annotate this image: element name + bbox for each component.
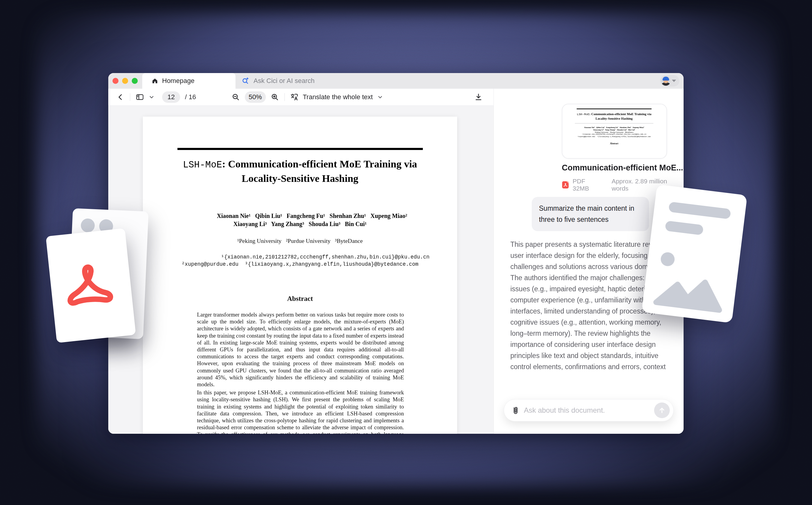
avatar-placeholder-circle [81, 218, 95, 233]
back-button[interactable] [117, 93, 125, 101]
page-total-label: / 16 [185, 93, 196, 101]
pdf-toolbar: 12 / 16 50% [108, 89, 494, 106]
zoom-level-display[interactable]: 50% [245, 92, 266, 103]
image-placeholder-sun [660, 251, 675, 267]
user-avatar [661, 76, 671, 86]
paper-title: LSH-MoE: Communication-efficient MoE Tra… [143, 157, 457, 185]
abstract-text: Larger transformer models always perform… [197, 311, 404, 434]
abstract-heading: Abstract [143, 295, 457, 303]
paper-authors: Xiaonan Nie¹ Qibin Liu¹ Fangcheng Fu¹ Sh… [143, 204, 457, 236]
tab-homepage[interactable]: Homepage [142, 73, 236, 89]
chat-input-bar[interactable] [504, 399, 674, 422]
image-placeholder-mountains-icon [651, 269, 728, 317]
document-title: Communication-efficient MoE... [562, 163, 683, 173]
paper-top-rule [177, 148, 423, 150]
paper-affiliations: ¹Peking University ²Purdue University ³B… [143, 238, 457, 244]
paper-emails: ¹{xiaonan.nie,2101212782,ccchengff,shenh… [143, 246, 457, 275]
acrobat-pdf-logo-icon [61, 254, 120, 314]
pdf-page: LSH-MoE: Communication-efficient MoE Tra… [143, 117, 457, 434]
ai-search-placeholder: Ask Cici or AI search [254, 77, 314, 85]
send-button[interactable] [654, 402, 670, 418]
sidebar-toggle-button[interactable] [136, 93, 144, 101]
thumbnail-page: LSH-MoE: Communication-efficient MoE Tra… [567, 109, 661, 145]
document-thumbnail[interactable]: LSH-MoE: Communication-efficient MoE Tra… [562, 104, 667, 159]
text-placeholder-bar [668, 202, 731, 219]
maximize-window-button[interactable] [132, 78, 138, 84]
minimize-window-button[interactable] [122, 78, 128, 84]
translate-icon [290, 93, 299, 101]
translate-label[interactable]: Translate the whole text [303, 93, 373, 101]
pdf-canvas[interactable]: LSH-MoE: Communication-efficient MoE Tra… [108, 106, 494, 434]
close-window-button[interactable] [113, 78, 119, 84]
tab-bar: Homepage Ask Cici or AI search [108, 73, 684, 89]
home-icon [151, 77, 158, 85]
pdf-file-icon [562, 181, 569, 189]
tab-label: Homepage [162, 77, 194, 85]
pdf-viewer-column: 12 / 16 50% [108, 89, 494, 434]
document-type-size: PDF 32MB [573, 178, 603, 192]
ai-search-bar[interactable]: Ask Cici or AI search [242, 73, 314, 89]
decorative-pdf-card [46, 228, 136, 343]
stage: Homepage Ask Cici or AI search [0, 0, 812, 505]
zoom-out-button[interactable] [232, 93, 240, 101]
zoom-in-button[interactable] [271, 93, 279, 101]
text-placeholder-bar [665, 221, 704, 235]
ai-search-icon [242, 77, 249, 85]
page-number-input[interactable]: 12 [162, 92, 180, 103]
toolbar-divider [284, 93, 285, 101]
translate-caret-down-icon[interactable] [377, 94, 384, 101]
chat-input-field[interactable] [524, 406, 654, 414]
account-caret-down-icon [672, 79, 676, 82]
sidebar-caret-button[interactable] [148, 94, 155, 101]
paperclip-icon[interactable] [511, 406, 520, 415]
decorative-image-card [642, 184, 747, 323]
toolbar-divider [130, 93, 130, 101]
user-message-bubble: Summarize the main content in three to f… [532, 197, 649, 231]
account-menu[interactable] [660, 75, 679, 87]
browser-window: Homepage Ask Cici or AI search [108, 73, 684, 434]
download-button[interactable] [474, 93, 483, 101]
